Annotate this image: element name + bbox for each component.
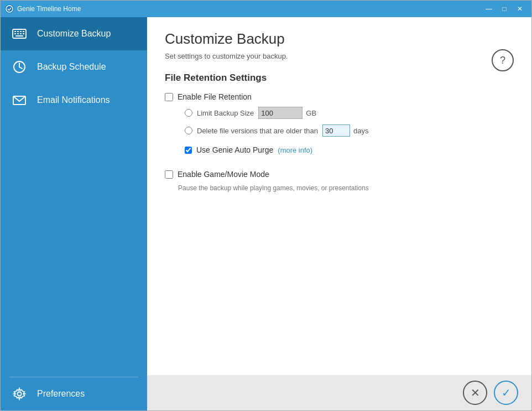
game-mode-description: Pause the backup while playing games, mo… bbox=[178, 184, 514, 192]
limit-backup-input-group: GB bbox=[258, 107, 316, 119]
auto-purge-label: Use Genie Auto Purge bbox=[196, 145, 273, 154]
limit-backup-unit: GB bbox=[306, 109, 316, 117]
sidebar: Customize Backup Backup Schedule bbox=[1, 17, 147, 410]
svg-point-15 bbox=[18, 392, 22, 396]
svg-rect-8 bbox=[20, 33, 22, 34]
svg-rect-9 bbox=[23, 33, 24, 34]
file-retention-title: File Retention Settings bbox=[165, 72, 514, 84]
confirm-button[interactable]: ✓ bbox=[494, 381, 518, 405]
sidebar-nav: Customize Backup Backup Schedule bbox=[1, 17, 147, 377]
enable-file-retention-checkbox[interactable] bbox=[165, 93, 173, 101]
auto-purge-checkbox[interactable] bbox=[185, 147, 192, 154]
delete-versions-label: Delete file versions that are older than bbox=[197, 127, 318, 135]
page-subtitle: Set settings to customize your backup. bbox=[165, 52, 514, 60]
sidebar-item-customize-backup[interactable]: Customize Backup bbox=[1, 17, 147, 50]
svg-point-0 bbox=[6, 6, 13, 12]
svg-rect-2 bbox=[14, 31, 16, 32]
enable-file-retention-row: Enable File Retention bbox=[165, 92, 514, 101]
svg-line-13 bbox=[19, 67, 22, 69]
svg-rect-4 bbox=[20, 31, 22, 32]
maximize-button[interactable]: □ bbox=[497, 3, 512, 14]
content-area: ? Customize Backup Set settings to custo… bbox=[147, 17, 531, 410]
game-mode-label: Enable Game/Movie Mode bbox=[178, 170, 269, 179]
enable-file-retention-label: Enable File Retention bbox=[178, 92, 252, 101]
app-icon bbox=[5, 4, 14, 13]
game-mode-row: Enable Game/Movie Mode bbox=[165, 170, 514, 179]
minimize-button[interactable]: — bbox=[482, 3, 496, 14]
content-main: ? Customize Backup Set settings to custo… bbox=[147, 17, 531, 375]
sidebar-item-label: Customize Backup bbox=[37, 29, 111, 39]
sidebar-item-backup-schedule[interactable]: Backup Schedule bbox=[1, 50, 147, 84]
delete-versions-input-group: days bbox=[322, 124, 368, 137]
title-bar: Genie Timeline Home — □ ✕ bbox=[1, 1, 531, 17]
svg-rect-10 bbox=[15, 35, 23, 37]
sidebar-item-email-notifications[interactable]: Email Notifications bbox=[1, 84, 147, 117]
gear-icon bbox=[9, 384, 29, 404]
svg-rect-5 bbox=[23, 31, 24, 32]
app-window: Genie Timeline Home — □ ✕ bbox=[0, 0, 532, 411]
page-title: Customize Backup bbox=[165, 30, 514, 48]
sidebar-bottom: Preferences bbox=[1, 377, 147, 410]
svg-rect-7 bbox=[17, 33, 19, 34]
window-title: Genie Timeline Home bbox=[17, 5, 81, 13]
more-info-link[interactable]: (more info) bbox=[278, 146, 312, 154]
delete-versions-unit: days bbox=[353, 127, 368, 135]
limit-backup-radio[interactable] bbox=[185, 109, 192, 117]
preferences-label: Preferences bbox=[37, 389, 85, 399]
svg-rect-6 bbox=[14, 33, 16, 34]
main-layout: Customize Backup Backup Schedule bbox=[1, 17, 531, 410]
window-controls: — □ ✕ bbox=[482, 3, 527, 14]
file-retention-section: File Retention Settings Enable File Rete… bbox=[165, 72, 514, 154]
cancel-button[interactable]: ✕ bbox=[463, 381, 487, 405]
limit-backup-label: Limit Backup Size bbox=[197, 109, 254, 117]
email-icon bbox=[9, 90, 29, 110]
limit-backup-input[interactable] bbox=[258, 107, 302, 119]
content-footer: ✕ ✓ bbox=[147, 375, 531, 410]
limit-backup-row: Limit Backup Size GB bbox=[185, 107, 514, 119]
retention-sub-options: Limit Backup Size GB Delete file version… bbox=[185, 107, 514, 154]
delete-versions-row: Delete file versions that are older than… bbox=[185, 124, 514, 137]
delete-versions-input[interactable] bbox=[322, 124, 350, 137]
close-button[interactable]: ✕ bbox=[513, 3, 527, 14]
game-mode-checkbox[interactable] bbox=[165, 170, 173, 179]
sidebar-item-label: Backup Schedule bbox=[37, 62, 106, 72]
game-movie-section: Enable Game/Movie Mode Pause the backup … bbox=[165, 170, 514, 192]
auto-purge-row: Use Genie Auto Purge (more info) bbox=[185, 145, 514, 154]
sidebar-item-label: Email Notifications bbox=[37, 95, 110, 105]
clock-icon bbox=[9, 57, 29, 77]
keyboard-icon bbox=[9, 24, 29, 44]
help-button[interactable]: ? bbox=[492, 49, 514, 71]
svg-rect-3 bbox=[17, 31, 19, 32]
title-bar-left: Genie Timeline Home bbox=[5, 4, 81, 13]
sidebar-item-preferences[interactable]: Preferences bbox=[1, 377, 147, 410]
delete-versions-radio[interactable] bbox=[185, 127, 192, 134]
